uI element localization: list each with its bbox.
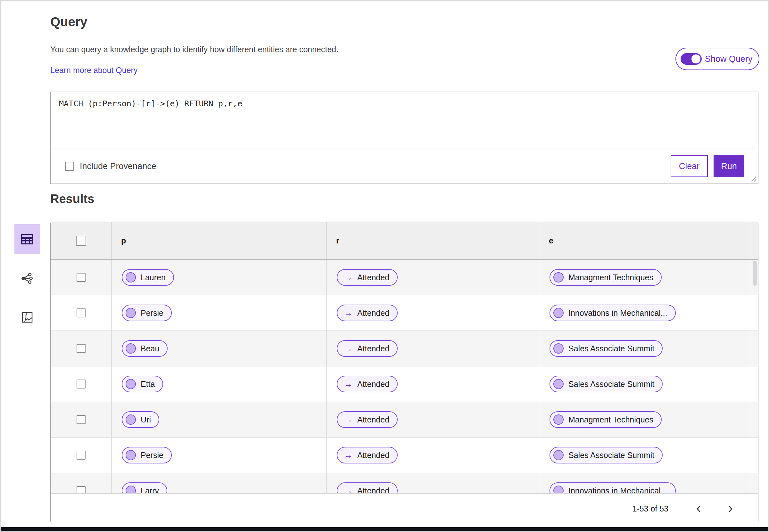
relationship-pill[interactable]: → Attended [337, 305, 398, 321]
table-header-row: p r e [51, 222, 758, 260]
node-circle-icon [553, 308, 564, 318]
table-row: Persie → Attended Innovations in Mechani… [51, 295, 758, 331]
row-checkbox[interactable] [77, 344, 86, 353]
relationship-pill[interactable]: → Attended [337, 376, 398, 392]
pagination-range: 1-53 of 53 [632, 504, 668, 513]
page-title: Query [50, 15, 87, 29]
include-provenance-label: Include Provenance [80, 161, 156, 171]
entity-pill[interactable]: Persie [122, 305, 172, 321]
row-checkbox[interactable] [77, 486, 86, 493]
row-checkbox[interactable] [77, 415, 86, 424]
query-actions-bar: Include Provenance Clear Run [51, 149, 758, 184]
relationship-label: Attended [357, 415, 389, 424]
column-header-p[interactable]: p [111, 222, 326, 259]
column-header-r[interactable]: r [326, 222, 539, 259]
entity-label: Lauren [141, 273, 166, 282]
entity-pill[interactable]: Beau [122, 340, 168, 357]
node-circle-icon [126, 486, 136, 493]
entity-pill[interactable]: Sales Associate Summit [550, 447, 663, 463]
table-view-button[interactable] [14, 224, 40, 254]
relationship-label: Attended [357, 380, 389, 389]
table-row: Uri → Attended Managment Techniques [51, 402, 758, 438]
entity-pill[interactable]: Managment Techniques [550, 411, 662, 428]
vertical-scrollbar[interactable] [753, 261, 757, 286]
row-checkbox[interactable] [77, 273, 86, 282]
show-query-label: Show Query [705, 54, 753, 64]
node-circle-icon [553, 450, 564, 460]
table-row: Persie → Attended Sales Associate Summit [51, 438, 758, 473]
previous-page-button[interactable] [693, 503, 704, 514]
entity-pill[interactable]: Lauren [122, 269, 174, 286]
run-button[interactable]: Run [714, 155, 744, 177]
arrow-right-icon: → [344, 309, 352, 317]
results-title: Results [50, 192, 94, 206]
node-circle-icon [126, 379, 136, 389]
resize-handle-icon[interactable] [750, 176, 757, 182]
relationship-pill[interactable]: → Attended [337, 269, 398, 286]
arrow-right-icon: → [344, 344, 352, 353]
map-icon [21, 311, 33, 323]
toggle-on-icon[interactable] [681, 53, 702, 65]
relationship-pill[interactable]: → Attended [337, 482, 398, 493]
entity-pill[interactable]: Sales Associate Summit [550, 340, 663, 357]
next-page-button[interactable] [725, 503, 736, 514]
arrow-right-icon: → [344, 487, 352, 494]
entity-label: Innovations in Mechanical... [569, 486, 667, 494]
node-circle-icon [126, 450, 136, 460]
row-checkbox[interactable] [77, 380, 86, 389]
include-provenance-checkbox[interactable] [65, 162, 74, 171]
entity-label: Sales Associate Summit [569, 451, 654, 460]
relationship-label: Attended [357, 273, 389, 282]
entity-pill[interactable]: Uri [122, 411, 159, 428]
clear-button[interactable]: Clear [671, 155, 708, 177]
query-editor: MATCH (p:Person)-[r]->(e) RETURN p,r,e I… [50, 92, 758, 184]
entity-pill[interactable]: Innovations in Mechanical... [550, 305, 676, 321]
node-circle-icon [553, 272, 564, 282]
column-header-e[interactable]: e [539, 222, 751, 259]
entity-pill[interactable]: Persie [122, 447, 172, 463]
relationship-pill[interactable]: → Attended [337, 447, 398, 463]
entity-pill[interactable]: Larry [122, 482, 167, 493]
entity-pill[interactable]: Etta [122, 376, 163, 392]
window-bottom-edge [1, 527, 768, 531]
select-all-checkbox[interactable] [76, 236, 86, 246]
arrow-right-icon: → [344, 415, 352, 424]
entity-label: Managment Techniques [569, 415, 653, 424]
show-query-toggle[interactable]: Show Query [675, 48, 759, 70]
graph-view-button[interactable] [14, 263, 40, 293]
row-checkbox[interactable] [77, 451, 86, 460]
entity-pill[interactable]: Sales Associate Summit [550, 376, 663, 392]
table-row: Etta → Attended Sales Associate Summit [51, 366, 758, 402]
entity-label: Innovations in Mechanical... [569, 308, 667, 318]
chevron-left-icon [695, 505, 703, 513]
toggle-knob [691, 54, 700, 63]
entity-label: Persie [141, 308, 163, 318]
relationship-pill[interactable]: → Attended [337, 340, 398, 357]
chevron-right-icon [726, 505, 734, 513]
entity-label: Uri [141, 415, 151, 424]
relationship-label: Attended [357, 451, 389, 460]
table-row: Lauren → Attended Managment Techniques [51, 260, 758, 295]
query-page: Query You can query a knowledge graph to… [0, 0, 769, 532]
arrow-right-icon: → [344, 380, 352, 389]
entity-label: Sales Associate Summit [569, 380, 654, 389]
relationship-pill[interactable]: → Attended [337, 411, 398, 428]
learn-more-link[interactable]: Learn more about Query [50, 66, 137, 75]
map-view-button[interactable] [14, 302, 40, 332]
entity-label: Managment Techniques [569, 273, 653, 282]
node-circle-icon [126, 272, 136, 282]
view-switcher [14, 224, 40, 332]
relationship-label: Attended [357, 486, 389, 494]
arrow-right-icon: → [344, 451, 352, 460]
graph-icon [21, 272, 34, 285]
query-input[interactable]: MATCH (p:Person)-[r]->(e) RETURN p,r,e [51, 92, 758, 149]
entity-pill[interactable]: Innovations in Mechanical... [550, 482, 676, 493]
relationship-label: Attended [357, 308, 389, 318]
entity-label: Etta [141, 380, 155, 389]
node-circle-icon [126, 308, 136, 318]
page-description: You can query a knowledge graph to ident… [50, 45, 338, 54]
row-checkbox[interactable] [77, 308, 86, 317]
node-circle-icon [126, 414, 136, 425]
entity-pill[interactable]: Managment Techniques [550, 269, 662, 286]
node-circle-icon [126, 343, 136, 354]
